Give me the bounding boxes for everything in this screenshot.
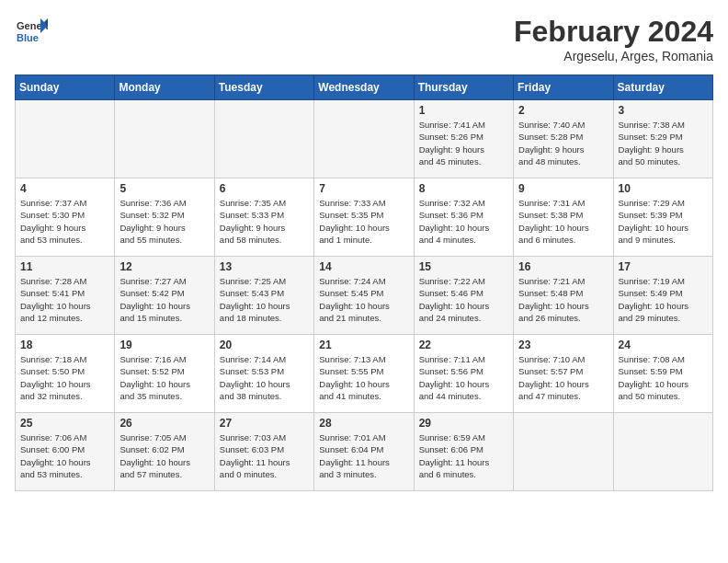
calendar-cell — [314, 100, 414, 178]
calendar-cell: 16Sunrise: 7:21 AM Sunset: 5:48 PM Dayli… — [514, 257, 613, 335]
day-info: Sunrise: 7:41 AM Sunset: 5:26 PM Dayligh… — [419, 119, 508, 167]
day-header-saturday: Saturday — [613, 75, 712, 100]
calendar-week-1: 1Sunrise: 7:41 AM Sunset: 5:26 PM Daylig… — [16, 100, 713, 178]
day-number: 4 — [20, 182, 109, 195]
day-number: 25 — [20, 417, 109, 430]
day-info: Sunrise: 7:32 AM Sunset: 5:36 PM Dayligh… — [419, 197, 508, 246]
day-number: 20 — [220, 339, 309, 351]
month-title: February 2024 — [514, 15, 713, 49]
day-number: 9 — [518, 182, 608, 195]
day-header-monday: Monday — [115, 75, 214, 100]
svg-text:Blue: Blue — [17, 32, 39, 43]
calendar-table: SundayMondayTuesdayWednesdayThursdayFrid… — [15, 75, 713, 491]
calendar-cell: 29Sunrise: 6:59 AM Sunset: 6:06 PM Dayli… — [414, 413, 513, 491]
calendar-cell: 15Sunrise: 7:22 AM Sunset: 5:46 PM Dayli… — [414, 257, 513, 335]
day-number: 29 — [419, 417, 508, 430]
calendar-week-4: 18Sunrise: 7:18 AM Sunset: 5:50 PM Dayli… — [16, 335, 713, 413]
day-number: 17 — [619, 260, 708, 273]
day-header-wednesday: Wednesday — [314, 75, 414, 100]
day-info: Sunrise: 7:36 AM Sunset: 5:32 PM Dayligh… — [119, 197, 209, 246]
day-number: 12 — [119, 260, 209, 273]
day-info: Sunrise: 7:06 AM Sunset: 6:00 PM Dayligh… — [20, 431, 109, 480]
day-info: Sunrise: 7:28 AM Sunset: 5:41 PM Dayligh… — [20, 275, 109, 324]
calendar-cell: 26Sunrise: 7:05 AM Sunset: 6:02 PM Dayli… — [115, 413, 214, 491]
day-info: Sunrise: 7:11 AM Sunset: 5:56 PM Dayligh… — [419, 353, 508, 402]
day-info: Sunrise: 7:03 AM Sunset: 6:03 PM Dayligh… — [220, 431, 309, 480]
title-area: February 2024 Argeselu, Arges, Romania — [514, 15, 713, 63]
calendar-cell: 1Sunrise: 7:41 AM Sunset: 5:26 PM Daylig… — [414, 100, 513, 178]
calendar-cell: 8Sunrise: 7:32 AM Sunset: 5:36 PM Daylig… — [414, 178, 513, 257]
day-number: 8 — [419, 182, 508, 195]
day-info: Sunrise: 7:14 AM Sunset: 5:53 PM Dayligh… — [220, 353, 309, 402]
day-info: Sunrise: 7:38 AM Sunset: 5:29 PM Dayligh… — [619, 119, 708, 167]
day-number: 26 — [119, 417, 209, 430]
day-info: Sunrise: 7:22 AM Sunset: 5:46 PM Dayligh… — [419, 275, 508, 324]
calendar-cell: 28Sunrise: 7:01 AM Sunset: 6:04 PM Dayli… — [314, 413, 414, 491]
calendar-cell: 17Sunrise: 7:19 AM Sunset: 5:49 PM Dayli… — [613, 257, 712, 335]
day-info: Sunrise: 7:29 AM Sunset: 5:39 PM Dayligh… — [619, 197, 708, 246]
day-number: 16 — [518, 260, 608, 273]
day-header-sunday: Sunday — [16, 75, 115, 100]
day-number: 3 — [619, 104, 708, 117]
day-number: 10 — [619, 182, 708, 195]
day-info: Sunrise: 7:33 AM Sunset: 5:35 PM Dayligh… — [319, 197, 408, 246]
day-info: Sunrise: 7:18 AM Sunset: 5:50 PM Dayligh… — [20, 353, 109, 402]
day-number: 23 — [518, 339, 608, 351]
day-number: 13 — [220, 260, 309, 273]
calendar-cell: 13Sunrise: 7:25 AM Sunset: 5:43 PM Dayli… — [214, 257, 313, 335]
calendar-cell: 9Sunrise: 7:31 AM Sunset: 5:38 PM Daylig… — [514, 178, 613, 257]
calendar-cell — [115, 100, 214, 178]
day-info: Sunrise: 7:10 AM Sunset: 5:57 PM Dayligh… — [518, 353, 608, 402]
calendar-cell: 25Sunrise: 7:06 AM Sunset: 6:00 PM Dayli… — [16, 413, 115, 491]
day-info: Sunrise: 7:35 AM Sunset: 5:33 PM Dayligh… — [220, 197, 309, 246]
logo: General Blue — [15, 15, 48, 48]
day-header-tuesday: Tuesday — [214, 75, 313, 100]
day-info: Sunrise: 7:21 AM Sunset: 5:48 PM Dayligh… — [518, 275, 608, 324]
calendar-week-2: 4Sunrise: 7:37 AM Sunset: 5:30 PM Daylig… — [16, 178, 713, 257]
day-number: 21 — [319, 339, 408, 351]
logo-icon: General Blue — [15, 15, 48, 48]
calendar-cell: 4Sunrise: 7:37 AM Sunset: 5:30 PM Daylig… — [16, 178, 115, 257]
day-info: Sunrise: 7:08 AM Sunset: 5:59 PM Dayligh… — [619, 353, 708, 402]
day-info: Sunrise: 7:25 AM Sunset: 5:43 PM Dayligh… — [220, 275, 309, 324]
calendar-week-5: 25Sunrise: 7:06 AM Sunset: 6:00 PM Dayli… — [16, 413, 713, 491]
day-info: Sunrise: 7:16 AM Sunset: 5:52 PM Dayligh… — [119, 353, 209, 402]
calendar-header-row: SundayMondayTuesdayWednesdayThursdayFrid… — [16, 75, 713, 100]
calendar-cell: 21Sunrise: 7:13 AM Sunset: 5:55 PM Dayli… — [314, 335, 414, 413]
calendar-week-3: 11Sunrise: 7:28 AM Sunset: 5:41 PM Dayli… — [16, 257, 713, 335]
calendar-cell: 7Sunrise: 7:33 AM Sunset: 5:35 PM Daylig… — [314, 178, 414, 257]
calendar-cell: 24Sunrise: 7:08 AM Sunset: 5:59 PM Dayli… — [613, 335, 712, 413]
day-info: Sunrise: 7:37 AM Sunset: 5:30 PM Dayligh… — [20, 197, 109, 246]
day-number: 27 — [220, 417, 309, 430]
day-header-thursday: Thursday — [414, 75, 513, 100]
day-number: 5 — [119, 182, 209, 195]
day-number: 7 — [319, 182, 408, 195]
day-number: 19 — [119, 339, 209, 351]
day-number: 28 — [319, 417, 408, 430]
day-info: Sunrise: 6:59 AM Sunset: 6:06 PM Dayligh… — [419, 431, 508, 480]
calendar-cell: 3Sunrise: 7:38 AM Sunset: 5:29 PM Daylig… — [613, 100, 712, 178]
calendar-cell: 5Sunrise: 7:36 AM Sunset: 5:32 PM Daylig… — [115, 178, 214, 257]
calendar-cell: 12Sunrise: 7:27 AM Sunset: 5:42 PM Dayli… — [115, 257, 214, 335]
calendar-cell: 20Sunrise: 7:14 AM Sunset: 5:53 PM Dayli… — [214, 335, 313, 413]
calendar-cell: 2Sunrise: 7:40 AM Sunset: 5:28 PM Daylig… — [514, 100, 613, 178]
day-info: Sunrise: 7:31 AM Sunset: 5:38 PM Dayligh… — [518, 197, 608, 246]
day-number: 14 — [319, 260, 408, 273]
calendar-cell: 18Sunrise: 7:18 AM Sunset: 5:50 PM Dayli… — [16, 335, 115, 413]
calendar-cell: 22Sunrise: 7:11 AM Sunset: 5:56 PM Dayli… — [414, 335, 513, 413]
day-info: Sunrise: 7:40 AM Sunset: 5:28 PM Dayligh… — [518, 119, 608, 167]
day-number: 15 — [419, 260, 508, 273]
calendar-cell: 10Sunrise: 7:29 AM Sunset: 5:39 PM Dayli… — [613, 178, 712, 257]
day-number: 18 — [20, 339, 109, 351]
calendar-cell — [16, 100, 115, 178]
calendar-cell — [613, 413, 712, 491]
day-info: Sunrise: 7:13 AM Sunset: 5:55 PM Dayligh… — [319, 353, 408, 402]
day-info: Sunrise: 7:24 AM Sunset: 5:45 PM Dayligh… — [319, 275, 408, 324]
day-number: 24 — [619, 339, 708, 351]
day-info: Sunrise: 7:27 AM Sunset: 5:42 PM Dayligh… — [119, 275, 209, 324]
calendar-cell: 19Sunrise: 7:16 AM Sunset: 5:52 PM Dayli… — [115, 335, 214, 413]
day-info: Sunrise: 7:01 AM Sunset: 6:04 PM Dayligh… — [319, 431, 408, 480]
day-header-friday: Friday — [514, 75, 613, 100]
calendar-cell: 27Sunrise: 7:03 AM Sunset: 6:03 PM Dayli… — [214, 413, 313, 491]
day-number: 6 — [220, 182, 309, 195]
